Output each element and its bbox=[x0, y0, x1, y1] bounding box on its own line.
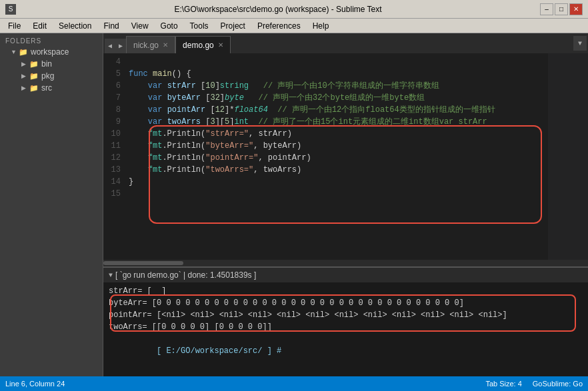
terminal-line-1: byteArr= [0 0 0 0 0 0 0 0 0 0 0 0 0 0 0 … bbox=[109, 297, 583, 309]
code-line-10: fmt.Println("strArr=", strArr) bbox=[129, 128, 583, 140]
terminal-header: ▼ [ `go run demo.go` | done: 1.4501839s … bbox=[103, 268, 588, 282]
menu-selection[interactable]: Selection bbox=[53, 20, 97, 32]
status-plugin: GoSublime: Go bbox=[533, 380, 583, 388]
sidebar-item-pkg[interactable]: ▶ 📁 pkg bbox=[0, 70, 103, 82]
code-line-13: fmt.Println("twoArrs=", twoArrs) bbox=[129, 164, 583, 176]
code-line-7: var byteArr [32]byte // 声明一个由32个byte组成的一… bbox=[129, 92, 583, 104]
code-line-14: } bbox=[129, 176, 583, 188]
terminal-text-4: [ E:/GO/workspace/src/ ] # bbox=[157, 346, 281, 356]
menu-view[interactable]: View bbox=[126, 20, 154, 32]
sidebar-item-label-workspace: workspace bbox=[31, 47, 69, 57]
terminal-text-2: pointArr= [<nil> <nil> <nil> <nil> <nil>… bbox=[109, 310, 507, 320]
menu-help[interactable]: Help bbox=[307, 20, 335, 32]
terminal-text-0: strArr= [ ] bbox=[109, 286, 166, 296]
folder-icon-pkg: 📁 bbox=[29, 72, 39, 81]
folder-icon-workspace: 📁 bbox=[19, 48, 28, 57]
menu-bar: File Edit Selection Find View Goto Tools… bbox=[0, 19, 588, 33]
code-line-15 bbox=[129, 188, 583, 200]
code-line-9: var twoArrs [3][5]int // 声明了一个由15个int元素组… bbox=[129, 116, 583, 128]
tab-label-nick-go: nick.go bbox=[133, 41, 159, 50]
window-controls: – □ ✕ bbox=[540, 3, 583, 15]
menu-goto[interactable]: Goto bbox=[155, 20, 183, 32]
close-button[interactable]: ✕ bbox=[569, 3, 583, 15]
terminal-line-4: [ E:/GO/workspace/src/ ] # bbox=[109, 333, 583, 345]
main-area: FOLDERS ▼ 📁 workspace ▶ 📁 bin ▶ 📁 pkg ▶ … bbox=[0, 33, 588, 376]
tab-nav-right[interactable]: ▶ bbox=[115, 39, 126, 53]
terminal-output-area: strArr= [ ] byteArr= [0 0 0 0 0 0 0 0 0 … bbox=[109, 285, 583, 333]
status-tab-size: Tab Size: 4 bbox=[485, 380, 521, 388]
status-position: Line 6, Column 24 bbox=[5, 380, 65, 388]
minimize-button[interactable]: – bbox=[540, 3, 553, 15]
sidebar-item-src[interactable]: ▶ 📁 src bbox=[0, 82, 103, 94]
status-right: Tab Size: 4 GoSublime: Go bbox=[485, 380, 583, 388]
menu-preferences[interactable]: Preferences bbox=[252, 20, 306, 32]
menu-tools[interactable]: Tools bbox=[185, 20, 214, 32]
code-line-4 bbox=[129, 56, 583, 68]
code-content[interactable]: func main() { var strArr [10]string // 声… bbox=[123, 53, 588, 260]
expand-arrow-bin: ▶ bbox=[21, 61, 29, 67]
code-line-6: var strArr [10]string // 声明一个由10个字符串组成的一… bbox=[129, 80, 583, 92]
editor-area: ◀ ▶ nick.go ✕ demo.go ✕ ▼ 4 5 6 7 8 9 10 bbox=[103, 33, 588, 376]
sidebar-item-workspace[interactable]: ▼ 📁 workspace bbox=[0, 46, 103, 58]
menu-edit[interactable]: Edit bbox=[27, 20, 52, 32]
terminal-text-3: twoArrs= [[0 0 0 0 0] [0 0 0 0 0]] bbox=[109, 322, 272, 332]
terminal-content: strArr= [ ] byteArr= [0 0 0 0 0 0 0 0 0 … bbox=[103, 282, 588, 376]
code-scrollbar[interactable] bbox=[103, 260, 588, 266]
sidebar-item-bin[interactable]: ▶ 📁 bin bbox=[0, 58, 103, 70]
tab-nav-left[interactable]: ◀ bbox=[105, 39, 115, 53]
menu-find[interactable]: Find bbox=[98, 20, 124, 32]
code-line-5: func main() { bbox=[129, 68, 583, 80]
folder-icon-bin: 📁 bbox=[29, 60, 39, 69]
tab-bar: ◀ ▶ nick.go ✕ demo.go ✕ ▼ bbox=[103, 33, 588, 53]
terminal-line-2: pointArr= [<nil> <nil> <nil> <nil> <nil>… bbox=[109, 309, 583, 321]
tab-label-demo-go: demo.go bbox=[183, 41, 214, 50]
expand-arrow-pkg: ▶ bbox=[21, 73, 29, 79]
line-numbers: 4 5 6 7 8 9 10 11 12 13 14 15 bbox=[103, 53, 123, 260]
sidebar: FOLDERS ▼ 📁 workspace ▶ 📁 bin ▶ 📁 pkg ▶ … bbox=[0, 33, 103, 376]
tab-demo-go[interactable]: demo.go ✕ bbox=[175, 36, 231, 53]
code-line-11: fmt.Println("byteArr=", byteArr) bbox=[129, 140, 583, 152]
code-line-12: fmt.Println("pointArr=", pointArr) bbox=[129, 152, 583, 164]
tab-nick-go[interactable]: nick.go ✕ bbox=[126, 36, 175, 53]
folder-icon-src: 📁 bbox=[29, 84, 39, 93]
maximize-button[interactable]: □ bbox=[555, 3, 568, 15]
menu-project[interactable]: Project bbox=[215, 20, 251, 32]
terminal-line-0: strArr= [ ] bbox=[109, 285, 583, 297]
code-editor[interactable]: 4 5 6 7 8 9 10 11 12 13 14 15 func main(… bbox=[103, 53, 588, 260]
mini-map bbox=[548, 53, 588, 260]
tab-close-nick-go[interactable]: ✕ bbox=[163, 41, 168, 49]
window-title: E:\GO\workspace\src\demo.go (workspace) … bbox=[16, 5, 540, 14]
title-bar: S E:\GO\workspace\src\demo.go (workspace… bbox=[0, 0, 588, 19]
scrollbar-thumb[interactable] bbox=[103, 261, 183, 265]
tab-close-demo-go[interactable]: ✕ bbox=[218, 41, 223, 49]
expand-arrow-workspace: ▼ bbox=[11, 49, 19, 55]
app-icon: S bbox=[5, 4, 16, 15]
status-bar: Line 6, Column 24 Tab Size: 4 GoSublime:… bbox=[0, 376, 588, 391]
folders-label: FOLDERS bbox=[0, 33, 103, 46]
sidebar-item-label-bin: bin bbox=[41, 59, 52, 69]
expand-arrow-src: ▶ bbox=[21, 85, 29, 91]
sidebar-item-label-src: src bbox=[41, 83, 52, 93]
code-line-8: var pointArr [12]*float64 // 声明一个由12个指向f… bbox=[129, 104, 583, 116]
terminal-panel: ▼ [ `go run demo.go` | done: 1.4501839s … bbox=[103, 266, 588, 376]
terminal-header-text: [ `go run demo.go` | done: 1.4501839s ] bbox=[115, 270, 256, 280]
terminal-collapse-arrow[interactable]: ▼ bbox=[109, 272, 113, 279]
terminal-line-3: twoArrs= [[0 0 0 0 0] [0 0 0 0 0]] bbox=[109, 321, 583, 333]
terminal-text-1: byteArr= [0 0 0 0 0 0 0 0 0 0 0 0 0 0 0 … bbox=[109, 298, 464, 308]
sidebar-item-label-pkg: pkg bbox=[41, 71, 54, 81]
tab-dropdown[interactable]: ▼ bbox=[573, 36, 587, 51]
menu-file[interactable]: File bbox=[3, 20, 26, 32]
